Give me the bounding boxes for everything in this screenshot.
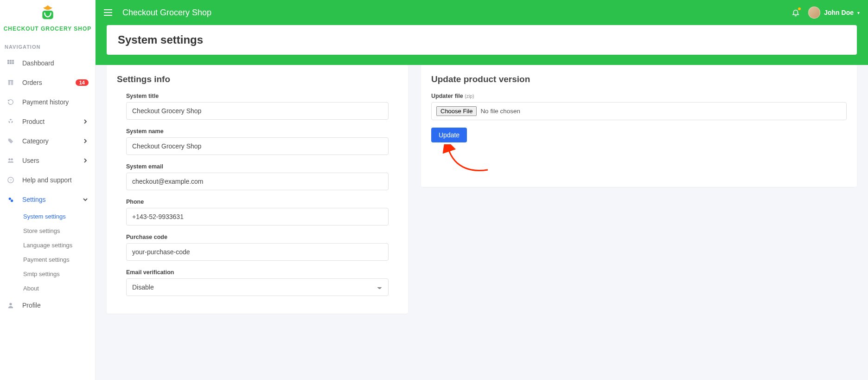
chevron-right-icon (82, 157, 89, 164)
svg-rect-15 (104, 12, 112, 13)
svg-rect-2 (10, 60, 12, 62)
cart-logo-icon (38, 4, 57, 22)
subnav-language-settings[interactable]: Language settings (23, 238, 95, 252)
notifications-icon[interactable] (791, 8, 800, 17)
label-system-email: System email (126, 163, 389, 170)
settings-info-heading: Settings info (117, 74, 398, 84)
tag-icon (6, 137, 15, 145)
sidebar-item-users[interactable]: Users (0, 151, 95, 170)
gears-icon (6, 195, 15, 204)
subnav-system-settings[interactable]: System settings (23, 209, 95, 224)
svg-rect-4 (7, 62, 9, 64)
svg-text:?: ? (10, 178, 12, 182)
nav-heading: NAVIGATION (0, 35, 95, 53)
brand-logo-wrap: CHECKOUT GROCERY SHOP (0, 0, 95, 35)
chevron-right-icon (82, 138, 89, 144)
book-icon (6, 78, 15, 87)
content-row: Settings info System title System name S… (96, 65, 868, 325)
sidebar-item-label: Settings (22, 196, 82, 203)
sidebar-item-help[interactable]: ? Help and support (0, 170, 95, 190)
subnav-smtp-settings[interactable]: Smtp settings (23, 267, 95, 281)
svg-point-11 (9, 198, 11, 200)
file-input-row[interactable]: Choose File No file chosen (431, 102, 847, 120)
label-phone: Phone (126, 199, 389, 205)
choose-file-button[interactable]: Choose File (436, 106, 477, 116)
subnav-store-settings[interactable]: Store settings (23, 224, 95, 238)
sidebar-item-orders[interactable]: Orders 14 (0, 73, 95, 92)
sidebar-item-dashboard[interactable]: Dashboard (0, 53, 95, 73)
main: Checkout Grocery Shop John Doe ▾ System … (96, 0, 868, 380)
question-icon: ? (6, 176, 15, 184)
updater-file-hint: (zip) (465, 94, 474, 99)
input-purchase-code[interactable] (126, 243, 389, 261)
grid-icon (6, 59, 15, 67)
user-name: John Doe (824, 9, 854, 16)
sidebar-item-label: Orders (22, 79, 76, 86)
label-system-name: System name (126, 128, 389, 135)
sidebar-item-label: Help and support (22, 176, 89, 184)
input-system-title[interactable] (126, 102, 389, 120)
file-chosen-text: No file chosen (480, 108, 520, 115)
input-phone[interactable] (126, 208, 389, 225)
svg-rect-5 (10, 62, 12, 64)
svg-rect-6 (12, 62, 14, 64)
input-system-email[interactable] (126, 173, 389, 190)
page-header: System settings (107, 25, 857, 55)
sidebar-item-label: Dashboard (22, 59, 89, 67)
settings-info-card: Settings info System title System name S… (107, 65, 408, 314)
svg-point-13 (9, 303, 12, 305)
page-title: System settings (118, 33, 846, 46)
sidebar-item-settings[interactable]: Settings (0, 190, 95, 209)
sidebar-item-label: Profile (22, 302, 89, 309)
sidebar-item-payment-history[interactable]: Payment history (0, 92, 95, 112)
sidebar-item-label: Category (22, 137, 82, 145)
notification-dot (798, 7, 801, 10)
cubes-icon (6, 117, 15, 126)
svg-rect-14 (104, 9, 112, 10)
svg-point-12 (11, 200, 13, 202)
svg-point-8 (11, 158, 13, 160)
sidebar-item-label: Users (22, 157, 82, 164)
svg-point-7 (8, 158, 10, 160)
label-email-verification: Email verification (126, 269, 389, 276)
update-button[interactable]: Update (431, 128, 467, 142)
label-purchase-code: Purchase code (126, 234, 389, 240)
avatar (808, 6, 820, 19)
page-green-strip: System settings (96, 25, 868, 65)
sidebar-item-product[interactable]: Product (0, 112, 95, 131)
sidebar: CHECKOUT GROCERY SHOP NAVIGATION Dashboa… (0, 0, 96, 380)
history-icon (6, 98, 15, 106)
topbar-title: Checkout Grocery Shop (122, 8, 791, 18)
users-icon (6, 156, 15, 165)
label-system-title: System title (126, 93, 389, 99)
svg-rect-3 (12, 60, 14, 62)
update-version-card: Update product version Updater file (zip… (421, 65, 857, 187)
orders-count-badge: 14 (76, 79, 89, 86)
sidebar-item-label: Payment history (22, 98, 89, 106)
label-updater-file: Updater file (zip) (431, 93, 847, 99)
sidebar-item-profile[interactable]: Profile (0, 296, 95, 315)
svg-rect-1 (7, 60, 9, 62)
select-email-verification[interactable]: Disable (126, 278, 389, 296)
subnav-about[interactable]: About (23, 281, 95, 296)
update-heading: Update product version (431, 74, 847, 84)
topbar: Checkout Grocery Shop John Doe ▾ (96, 0, 868, 25)
settings-subnav: System settings Store settings Language … (0, 209, 95, 296)
sidebar-item-label: Product (22, 118, 82, 125)
menu-toggle-icon[interactable] (104, 9, 112, 16)
svg-rect-16 (104, 15, 112, 16)
svg-rect-0 (42, 11, 53, 19)
user-menu[interactable]: John Doe ▾ (808, 6, 860, 19)
subnav-payment-settings[interactable]: Payment settings (23, 252, 95, 267)
sidebar-item-category[interactable]: Category (0, 131, 95, 151)
annotation-arrow (431, 145, 847, 178)
input-system-name[interactable] (126, 137, 389, 155)
chevron-down-icon (82, 196, 89, 203)
updater-file-label-text: Updater file (431, 93, 463, 99)
caret-down-icon: ▾ (857, 10, 860, 15)
chevron-right-icon (82, 118, 89, 125)
brand-name: CHECKOUT GROCERY SHOP (0, 26, 95, 32)
user-icon (6, 301, 15, 309)
